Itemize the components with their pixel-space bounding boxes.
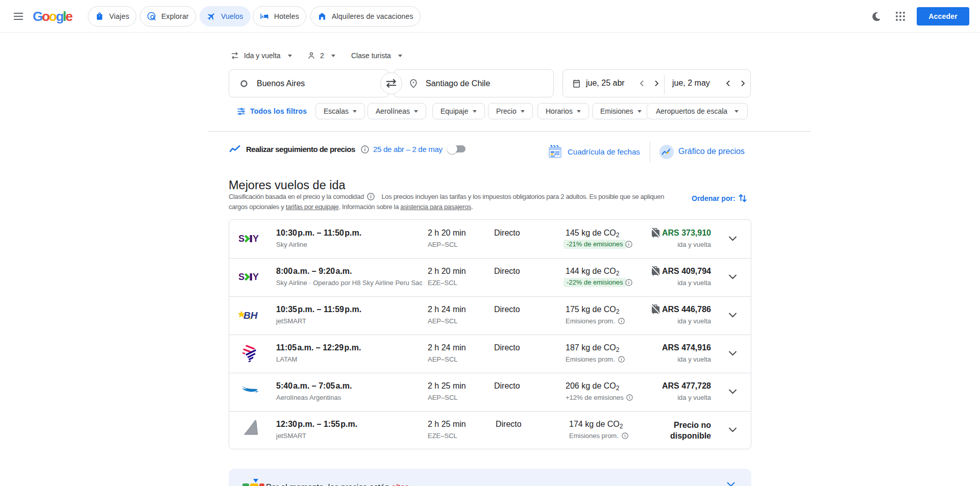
svg-text:S: S (239, 272, 244, 282)
svg-text:S: S (239, 234, 244, 243)
svg-text:Y: Y (253, 234, 259, 243)
svg-text:Y: Y (253, 272, 259, 282)
svg-text:BH: BH (243, 310, 258, 321)
